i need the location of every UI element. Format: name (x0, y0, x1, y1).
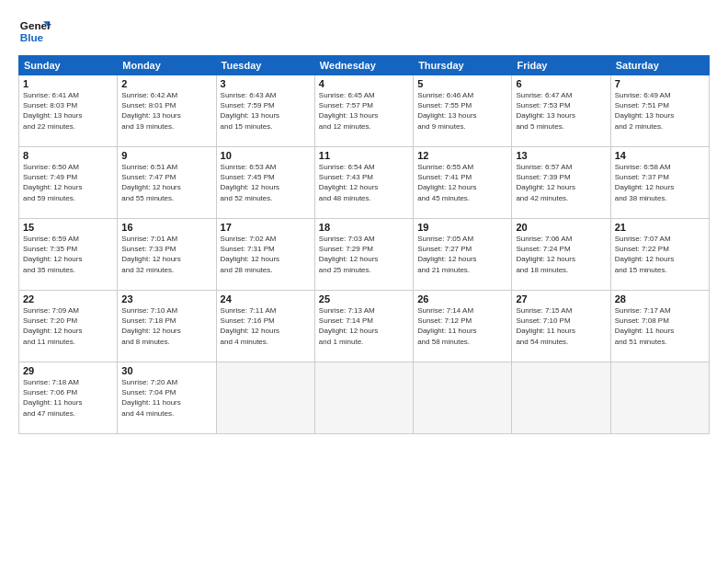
day-info: Sunrise: 6:50 AM Sunset: 7:49 PM Dayligh… (23, 162, 113, 203)
day-number: 13 (516, 150, 606, 161)
day-number: 7 (615, 78, 705, 89)
calendar-cell: 18Sunrise: 7:03 AM Sunset: 7:29 PM Dayli… (314, 219, 413, 291)
day-info: Sunrise: 6:54 AM Sunset: 7:43 PM Dayligh… (319, 162, 409, 203)
calendar-cell: 14Sunrise: 6:58 AM Sunset: 7:37 PM Dayli… (610, 147, 709, 219)
weekday-header: Wednesday (314, 56, 413, 75)
day-number: 11 (319, 150, 409, 161)
day-info: Sunrise: 7:02 AM Sunset: 7:31 PM Dayligh… (221, 234, 311, 275)
calendar-cell: 26Sunrise: 7:14 AM Sunset: 7:12 PM Dayli… (414, 291, 512, 362)
day-number: 28 (615, 293, 705, 304)
day-number: 6 (516, 78, 606, 89)
calendar-cell: 24Sunrise: 7:11 AM Sunset: 7:16 PM Dayli… (216, 291, 314, 362)
weekday-header: Friday (512, 56, 610, 75)
day-info: Sunrise: 7:15 AM Sunset: 7:10 PM Dayligh… (516, 305, 606, 347)
calendar-cell: 3Sunrise: 6:43 AM Sunset: 7:59 PM Daylig… (216, 75, 314, 147)
calendar-cell: 8Sunrise: 6:50 AM Sunset: 7:49 PM Daylig… (19, 147, 118, 219)
day-number: 18 (319, 222, 409, 233)
calendar-cell (216, 362, 314, 434)
day-info: Sunrise: 6:46 AM Sunset: 7:55 PM Dayligh… (417, 90, 507, 132)
day-number: 27 (516, 293, 606, 304)
logo: General Blue (18, 15, 51, 48)
day-number: 19 (417, 222, 507, 233)
day-info: Sunrise: 7:10 AM Sunset: 7:18 PM Dayligh… (121, 305, 211, 347)
day-info: Sunrise: 6:47 AM Sunset: 7:53 PM Dayligh… (516, 90, 606, 132)
weekday-header: Sunday (19, 56, 118, 75)
day-number: 16 (121, 222, 211, 233)
weekday-header: Tuesday (216, 56, 314, 75)
weekday-header: Thursday (414, 56, 512, 75)
calendar-cell (414, 362, 512, 434)
day-number: 2 (121, 78, 211, 89)
day-number: 12 (417, 150, 507, 161)
day-number: 23 (121, 293, 211, 304)
calendar-cell: 16Sunrise: 7:01 AM Sunset: 7:33 PM Dayli… (118, 219, 216, 291)
day-info: Sunrise: 7:11 AM Sunset: 7:16 PM Dayligh… (221, 305, 311, 347)
calendar-cell: 1Sunrise: 6:41 AM Sunset: 8:03 PM Daylig… (19, 75, 118, 147)
day-info: Sunrise: 7:20 AM Sunset: 7:04 PM Dayligh… (121, 377, 211, 419)
calendar-cell: 4Sunrise: 6:45 AM Sunset: 7:57 PM Daylig… (314, 75, 413, 147)
day-number: 20 (516, 222, 606, 233)
calendar-cell (610, 362, 709, 434)
day-info: Sunrise: 6:57 AM Sunset: 7:39 PM Dayligh… (516, 162, 606, 203)
day-info: Sunrise: 7:03 AM Sunset: 7:29 PM Dayligh… (319, 234, 409, 275)
calendar-cell: 19Sunrise: 7:05 AM Sunset: 7:27 PM Dayli… (414, 219, 512, 291)
calendar-cell: 27Sunrise: 7:15 AM Sunset: 7:10 PM Dayli… (512, 291, 610, 362)
day-number: 17 (221, 222, 311, 233)
day-info: Sunrise: 6:41 AM Sunset: 8:03 PM Dayligh… (23, 90, 113, 132)
day-info: Sunrise: 7:18 AM Sunset: 7:06 PM Dayligh… (23, 377, 113, 419)
calendar-cell: 2Sunrise: 6:42 AM Sunset: 8:01 PM Daylig… (118, 75, 216, 147)
day-info: Sunrise: 7:14 AM Sunset: 7:12 PM Dayligh… (417, 305, 507, 347)
day-info: Sunrise: 6:42 AM Sunset: 8:01 PM Dayligh… (121, 90, 211, 132)
day-info: Sunrise: 7:01 AM Sunset: 7:33 PM Dayligh… (121, 234, 211, 275)
calendar-cell: 30Sunrise: 7:20 AM Sunset: 7:04 PM Dayli… (118, 362, 216, 434)
day-info: Sunrise: 7:05 AM Sunset: 7:27 PM Dayligh… (417, 234, 507, 275)
day-number: 10 (221, 150, 311, 161)
day-info: Sunrise: 6:58 AM Sunset: 7:37 PM Dayligh… (615, 162, 705, 203)
day-number: 26 (417, 293, 507, 304)
day-info: Sunrise: 6:51 AM Sunset: 7:47 PM Dayligh… (121, 162, 211, 203)
calendar-cell: 17Sunrise: 7:02 AM Sunset: 7:31 PM Dayli… (216, 219, 314, 291)
day-number: 8 (23, 150, 113, 161)
day-number: 30 (121, 365, 211, 376)
day-info: Sunrise: 6:59 AM Sunset: 7:35 PM Dayligh… (23, 234, 113, 275)
calendar-cell: 10Sunrise: 6:53 AM Sunset: 7:45 PM Dayli… (216, 147, 314, 219)
day-number: 15 (23, 222, 113, 233)
day-number: 29 (23, 365, 113, 376)
day-info: Sunrise: 7:07 AM Sunset: 7:22 PM Dayligh… (615, 234, 705, 275)
calendar-cell: 6Sunrise: 6:47 AM Sunset: 7:53 PM Daylig… (512, 75, 610, 147)
calendar-cell: 25Sunrise: 7:13 AM Sunset: 7:14 PM Dayli… (314, 291, 413, 362)
day-number: 21 (615, 222, 705, 233)
day-number: 1 (23, 78, 113, 89)
day-info: Sunrise: 6:49 AM Sunset: 7:51 PM Dayligh… (615, 90, 705, 132)
day-number: 9 (121, 150, 211, 161)
day-number: 22 (23, 293, 113, 304)
day-number: 25 (319, 293, 409, 304)
day-number: 24 (221, 293, 311, 304)
calendar-cell: 9Sunrise: 6:51 AM Sunset: 7:47 PM Daylig… (118, 147, 216, 219)
day-info: Sunrise: 6:55 AM Sunset: 7:41 PM Dayligh… (417, 162, 507, 203)
calendar-cell: 12Sunrise: 6:55 AM Sunset: 7:41 PM Dayli… (414, 147, 512, 219)
weekday-header: Monday (118, 56, 216, 75)
day-info: Sunrise: 7:09 AM Sunset: 7:20 PM Dayligh… (23, 305, 113, 347)
calendar-cell (512, 362, 610, 434)
day-info: Sunrise: 7:13 AM Sunset: 7:14 PM Dayligh… (319, 305, 409, 347)
calendar-cell: 7Sunrise: 6:49 AM Sunset: 7:51 PM Daylig… (610, 75, 709, 147)
logo-icon: General Blue (18, 15, 51, 48)
calendar-cell (314, 362, 413, 434)
day-number: 5 (417, 78, 507, 89)
calendar-cell: 23Sunrise: 7:10 AM Sunset: 7:18 PM Dayli… (118, 291, 216, 362)
header: General Blue (18, 15, 710, 48)
weekday-header: Saturday (610, 56, 709, 75)
svg-text:General: General (20, 19, 51, 31)
calendar-cell: 11Sunrise: 6:54 AM Sunset: 7:43 PM Dayli… (314, 147, 413, 219)
calendar-cell: 20Sunrise: 7:06 AM Sunset: 7:24 PM Dayli… (512, 219, 610, 291)
calendar-cell: 15Sunrise: 6:59 AM Sunset: 7:35 PM Dayli… (19, 219, 118, 291)
day-info: Sunrise: 7:06 AM Sunset: 7:24 PM Dayligh… (516, 234, 606, 275)
calendar-table: SundayMondayTuesdayWednesdayThursdayFrid… (18, 55, 710, 434)
svg-text:Blue: Blue (20, 31, 44, 43)
calendar-cell: 29Sunrise: 7:18 AM Sunset: 7:06 PM Dayli… (19, 362, 118, 434)
day-info: Sunrise: 6:45 AM Sunset: 7:57 PM Dayligh… (319, 90, 409, 132)
page: General Blue SundayMondayTuesdayWednesda… (0, 0, 728, 563)
day-number: 3 (221, 78, 311, 89)
calendar-cell: 21Sunrise: 7:07 AM Sunset: 7:22 PM Dayli… (610, 219, 709, 291)
